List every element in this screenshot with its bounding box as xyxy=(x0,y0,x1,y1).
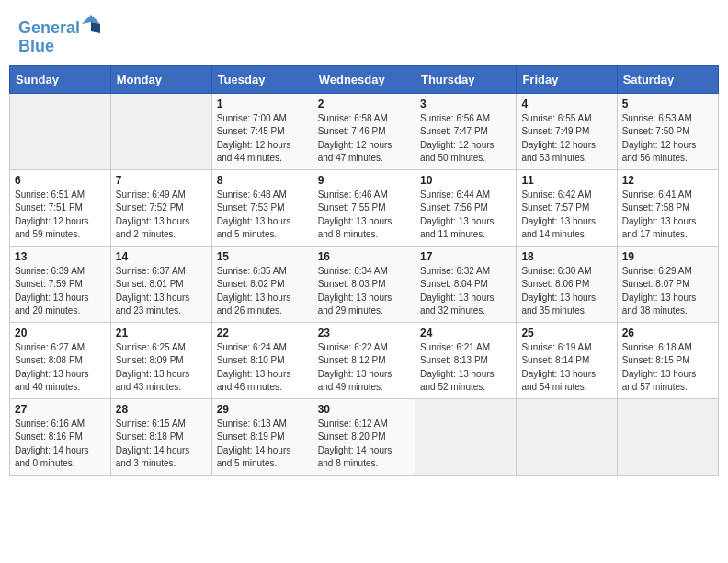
calendar-cell: 10Sunrise: 6:44 AMSunset: 7:56 PMDayligh… xyxy=(415,169,516,246)
calendar-cell: 3Sunrise: 6:56 AMSunset: 7:47 PMDaylight… xyxy=(415,93,516,169)
day-number: 21 xyxy=(116,327,207,339)
day-number: 30 xyxy=(318,403,410,416)
logo-blue: Blue xyxy=(18,37,54,55)
day-number: 11 xyxy=(521,174,611,187)
day-info: Sunrise: 6:25 AMSunset: 8:09 PMDaylight:… xyxy=(116,341,207,395)
day-info: Sunrise: 6:44 AMSunset: 7:56 PMDaylight:… xyxy=(420,189,511,242)
calendar-cell: 13Sunrise: 6:39 AMSunset: 7:59 PMDayligh… xyxy=(10,246,111,322)
day-info: Sunrise: 6:39 AMSunset: 7:59 PMDaylight:… xyxy=(15,265,106,318)
day-number: 1 xyxy=(217,98,308,110)
day-info: Sunrise: 6:15 AMSunset: 8:18 PMDaylight:… xyxy=(116,418,207,471)
day-number: 8 xyxy=(217,174,308,187)
weekday-header-friday: Friday xyxy=(517,65,617,93)
day-info: Sunrise: 6:48 AMSunset: 7:53 PMDaylight:… xyxy=(217,189,308,242)
logo-icon xyxy=(82,15,100,33)
logo-text: General Blue xyxy=(18,17,100,56)
day-info: Sunrise: 6:51 AMSunset: 7:51 PMDaylight:… xyxy=(15,189,106,242)
calendar-cell: 21Sunrise: 6:25 AMSunset: 8:09 PMDayligh… xyxy=(110,322,211,398)
day-info: Sunrise: 6:29 AMSunset: 8:07 PMDaylight:… xyxy=(622,265,713,318)
day-info: Sunrise: 6:27 AMSunset: 8:08 PMDaylight:… xyxy=(15,341,106,395)
calendar-cell: 9Sunrise: 6:46 AMSunset: 7:55 PMDaylight… xyxy=(313,169,415,246)
day-number: 7 xyxy=(116,174,207,187)
day-number: 23 xyxy=(318,327,410,339)
day-info: Sunrise: 6:19 AMSunset: 8:14 PMDaylight:… xyxy=(521,341,611,395)
day-info: Sunrise: 6:12 AMSunset: 8:20 PMDaylight:… xyxy=(318,418,410,471)
calendar-cell xyxy=(10,93,111,169)
calendar-cell: 19Sunrise: 6:29 AMSunset: 8:07 PMDayligh… xyxy=(617,246,718,322)
week-row-5: 27Sunrise: 6:16 AMSunset: 8:16 PMDayligh… xyxy=(10,398,719,475)
day-info: Sunrise: 6:22 AMSunset: 8:12 PMDaylight:… xyxy=(318,341,410,395)
day-info: Sunrise: 6:49 AMSunset: 7:52 PMDaylight:… xyxy=(116,189,207,242)
day-number: 18 xyxy=(521,250,611,263)
calendar-table: SundayMondayTuesdayWednesdayThursdayFrid… xyxy=(9,65,719,476)
day-info: Sunrise: 6:56 AMSunset: 7:47 PMDaylight:… xyxy=(420,112,511,166)
day-number: 26 xyxy=(622,327,713,339)
day-number: 12 xyxy=(622,174,713,187)
day-info: Sunrise: 6:30 AMSunset: 8:06 PMDaylight:… xyxy=(521,265,611,318)
calendar-cell: 23Sunrise: 6:22 AMSunset: 8:12 PMDayligh… xyxy=(313,322,415,398)
day-info: Sunrise: 6:35 AMSunset: 8:02 PMDaylight:… xyxy=(217,265,308,318)
day-number: 2 xyxy=(318,98,410,110)
day-info: Sunrise: 6:34 AMSunset: 8:03 PMDaylight:… xyxy=(318,265,410,318)
day-info: Sunrise: 7:00 AMSunset: 7:45 PMDaylight:… xyxy=(217,112,308,166)
calendar-cell: 8Sunrise: 6:48 AMSunset: 7:53 PMDaylight… xyxy=(211,169,313,246)
logo-general: General xyxy=(18,18,80,37)
day-info: Sunrise: 6:13 AMSunset: 8:19 PMDaylight:… xyxy=(217,418,308,471)
calendar-cell xyxy=(517,398,617,475)
calendar-cell: 29Sunrise: 6:13 AMSunset: 8:19 PMDayligh… xyxy=(211,398,313,475)
day-number: 28 xyxy=(116,403,207,416)
calendar-cell: 30Sunrise: 6:12 AMSunset: 8:20 PMDayligh… xyxy=(313,398,415,475)
calendar-cell: 2Sunrise: 6:58 AMSunset: 7:46 PMDaylight… xyxy=(313,93,415,169)
calendar-cell: 28Sunrise: 6:15 AMSunset: 8:18 PMDayligh… xyxy=(110,398,211,475)
calendar-cell: 15Sunrise: 6:35 AMSunset: 8:02 PMDayligh… xyxy=(211,246,313,322)
day-number: 3 xyxy=(420,98,511,110)
calendar-cell: 25Sunrise: 6:19 AMSunset: 8:14 PMDayligh… xyxy=(517,322,617,398)
calendar-cell: 17Sunrise: 6:32 AMSunset: 8:04 PMDayligh… xyxy=(415,246,516,322)
day-number: 24 xyxy=(420,327,511,339)
calendar-cell: 27Sunrise: 6:16 AMSunset: 8:16 PMDayligh… xyxy=(10,398,111,475)
day-number: 27 xyxy=(15,403,106,416)
page: General Blue SundayMondayTuesdayWednesda… xyxy=(0,0,728,563)
day-info: Sunrise: 6:21 AMSunset: 8:13 PMDaylight:… xyxy=(420,341,511,395)
calendar-cell: 18Sunrise: 6:30 AMSunset: 8:06 PMDayligh… xyxy=(517,246,617,322)
calendar-cell: 5Sunrise: 6:53 AMSunset: 7:50 PMDaylight… xyxy=(617,93,718,169)
calendar-cell: 4Sunrise: 6:55 AMSunset: 7:49 PMDaylight… xyxy=(517,93,617,169)
weekday-header-wednesday: Wednesday xyxy=(313,65,415,93)
day-number: 19 xyxy=(622,250,713,263)
day-number: 10 xyxy=(420,174,511,187)
day-info: Sunrise: 6:24 AMSunset: 8:10 PMDaylight:… xyxy=(217,341,308,395)
day-number: 16 xyxy=(318,250,410,263)
calendar-cell xyxy=(110,93,211,169)
calendar-cell: 14Sunrise: 6:37 AMSunset: 8:01 PMDayligh… xyxy=(110,246,211,322)
svg-marker-1 xyxy=(91,22,100,33)
day-info: Sunrise: 6:37 AMSunset: 8:01 PMDaylight:… xyxy=(116,265,207,318)
calendar-cell: 20Sunrise: 6:27 AMSunset: 8:08 PMDayligh… xyxy=(10,322,111,398)
calendar-cell: 7Sunrise: 6:49 AMSunset: 7:52 PMDaylight… xyxy=(110,169,211,246)
day-info: Sunrise: 6:16 AMSunset: 8:16 PMDaylight:… xyxy=(15,418,106,471)
week-row-4: 20Sunrise: 6:27 AMSunset: 8:08 PMDayligh… xyxy=(10,322,719,398)
day-number: 22 xyxy=(217,327,308,339)
day-info: Sunrise: 6:53 AMSunset: 7:50 PMDaylight:… xyxy=(622,112,713,166)
day-number: 4 xyxy=(521,98,611,110)
calendar-cell: 16Sunrise: 6:34 AMSunset: 8:03 PMDayligh… xyxy=(313,246,415,322)
header: General Blue xyxy=(9,9,719,60)
calendar-cell: 22Sunrise: 6:24 AMSunset: 8:10 PMDayligh… xyxy=(211,322,313,398)
day-info: Sunrise: 6:55 AMSunset: 7:49 PMDaylight:… xyxy=(521,112,611,166)
day-info: Sunrise: 6:42 AMSunset: 7:57 PMDaylight:… xyxy=(521,189,611,242)
day-info: Sunrise: 6:32 AMSunset: 8:04 PMDaylight:… xyxy=(420,265,511,318)
day-info: Sunrise: 6:41 AMSunset: 7:58 PMDaylight:… xyxy=(622,189,713,242)
day-number: 25 xyxy=(521,327,611,339)
day-number: 5 xyxy=(622,98,713,110)
weekday-header-tuesday: Tuesday xyxy=(211,65,313,93)
calendar-cell: 12Sunrise: 6:41 AMSunset: 7:58 PMDayligh… xyxy=(617,169,718,246)
day-number: 13 xyxy=(15,250,106,263)
day-info: Sunrise: 6:46 AMSunset: 7:55 PMDaylight:… xyxy=(318,189,410,242)
week-row-2: 6Sunrise: 6:51 AMSunset: 7:51 PMDaylight… xyxy=(10,169,719,246)
calendar-cell: 24Sunrise: 6:21 AMSunset: 8:13 PMDayligh… xyxy=(415,322,516,398)
day-number: 6 xyxy=(15,174,106,187)
weekday-header-saturday: Saturday xyxy=(617,65,718,93)
day-number: 14 xyxy=(116,250,207,263)
week-row-1: 1Sunrise: 7:00 AMSunset: 7:45 PMDaylight… xyxy=(10,93,719,169)
calendar-cell: 6Sunrise: 6:51 AMSunset: 7:51 PMDaylight… xyxy=(10,169,111,246)
calendar-cell: 1Sunrise: 7:00 AMSunset: 7:45 PMDaylight… xyxy=(211,93,313,169)
